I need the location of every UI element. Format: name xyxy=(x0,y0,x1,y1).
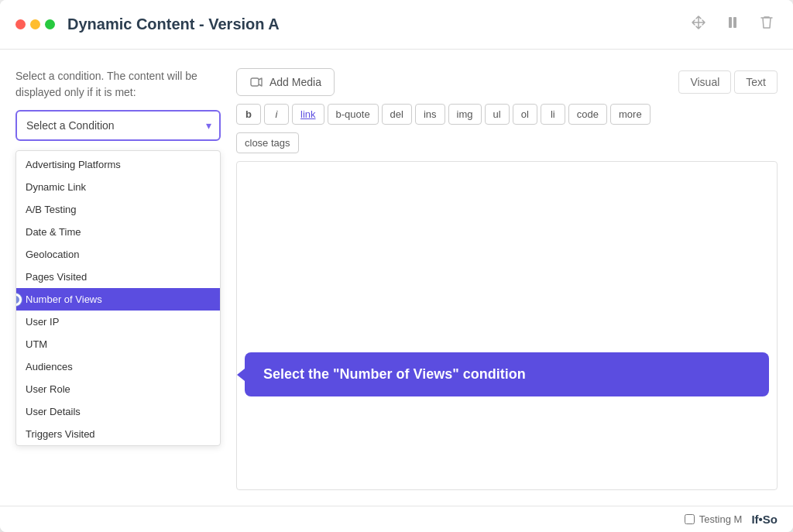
dropdown-item[interactable]: User Role xyxy=(16,378,220,400)
format-button-img[interactable]: img xyxy=(448,104,482,125)
dropdown-item[interactable]: A/B Testing xyxy=(16,198,220,221)
logo: If•So xyxy=(751,513,778,526)
right-panel: Add Media Visual Text bilinkb-quotedelin… xyxy=(236,68,778,490)
minimize-dot xyxy=(30,19,40,29)
close-tags-button[interactable]: close tags xyxy=(236,132,299,153)
testing-checkbox[interactable] xyxy=(685,514,695,524)
dropdown-item[interactable]: User Details xyxy=(16,400,220,423)
condition-description: Select a condition. The content will be … xyxy=(15,68,221,101)
dropdown-item[interactable]: User IP xyxy=(16,311,220,333)
format-bar-row2: close tags xyxy=(236,132,778,153)
format-button-more[interactable]: more xyxy=(610,104,651,125)
tab-text[interactable]: Text xyxy=(734,70,778,94)
dropdown-item[interactable]: Advertising Platforms xyxy=(16,153,220,176)
dropdown-item[interactable]: Triggers Visited xyxy=(16,423,220,445)
format-button-link[interactable]: link xyxy=(292,104,324,125)
dropdown-item[interactable]: Date & Time xyxy=(16,221,220,243)
format-button-i[interactable]: i xyxy=(264,104,289,125)
close-dot xyxy=(15,19,26,29)
condition-select[interactable]: Select a Condition xyxy=(15,110,221,141)
dropdown-item[interactable]: UTM xyxy=(16,333,220,355)
format-button-ul[interactable]: ul xyxy=(485,104,510,125)
dropdown-item[interactable]: Pages Visited xyxy=(16,266,220,288)
format-bar: bilinkb-quotedelinsimgulollicodemore xyxy=(236,104,778,125)
testing-checkbox-area: Testing M xyxy=(685,513,743,525)
editor-area[interactable]: Select the "Number of Views" condition xyxy=(236,161,778,490)
left-panel: Select a condition. The content will be … xyxy=(15,68,221,490)
move-button[interactable] xyxy=(688,12,709,37)
format-button-del[interactable]: del xyxy=(382,104,412,125)
title-bar: Dynamic Content - Version A xyxy=(0,0,793,50)
tab-visual[interactable]: Visual xyxy=(678,70,731,94)
dropdown-scroll-area[interactable]: Select a ConditionDeviceUser BehaviorRef… xyxy=(16,151,220,445)
dropdown-item[interactable]: Audiences xyxy=(16,355,220,378)
dropdown-item[interactable]: Geolocation xyxy=(16,243,220,266)
tooltip-bubble: Select the "Number of Views" condition xyxy=(245,352,769,396)
traffic-lights xyxy=(15,19,55,29)
testing-label: Testing M xyxy=(699,513,743,525)
page-title: Dynamic Content - Version A xyxy=(67,15,688,33)
pause-button[interactable] xyxy=(722,12,743,37)
dropdown-item[interactable]: Dynamic Link xyxy=(16,176,220,198)
editor-top: Add Media Visual Text xyxy=(236,68,778,96)
connector-dot xyxy=(16,293,22,306)
main-content: Select a condition. The content will be … xyxy=(0,50,793,506)
main-window: Dynamic Content - Version A xyxy=(0,0,793,532)
tooltip-text: Select the "Number of Views" condition xyxy=(263,366,526,383)
dropdown-item[interactable]: Number of Views xyxy=(16,288,220,311)
view-tabs: Visual Text xyxy=(678,70,778,94)
svg-rect-1 xyxy=(733,17,736,28)
add-media-button[interactable]: Add Media xyxy=(236,68,335,96)
condition-dropdown: Select a ConditionDeviceUser BehaviorRef… xyxy=(15,150,221,446)
format-button-li[interactable]: li xyxy=(541,104,565,125)
svg-rect-0 xyxy=(729,17,732,28)
condition-select-wrapper: Select a Condition ▾ xyxy=(15,110,221,141)
title-icons xyxy=(688,12,778,37)
delete-button[interactable] xyxy=(756,12,778,37)
add-media-label: Add Media xyxy=(269,76,321,88)
svg-rect-2 xyxy=(251,78,259,86)
maximize-dot xyxy=(45,19,55,29)
format-button-code[interactable]: code xyxy=(568,104,607,125)
format-button-b-quote[interactable]: b-quote xyxy=(328,104,379,125)
format-button-ins[interactable]: ins xyxy=(415,104,445,125)
bottom-bar: Testing M If•So xyxy=(0,506,793,532)
format-button-b[interactable]: b xyxy=(236,104,261,125)
format-button-ol[interactable]: ol xyxy=(513,104,537,125)
